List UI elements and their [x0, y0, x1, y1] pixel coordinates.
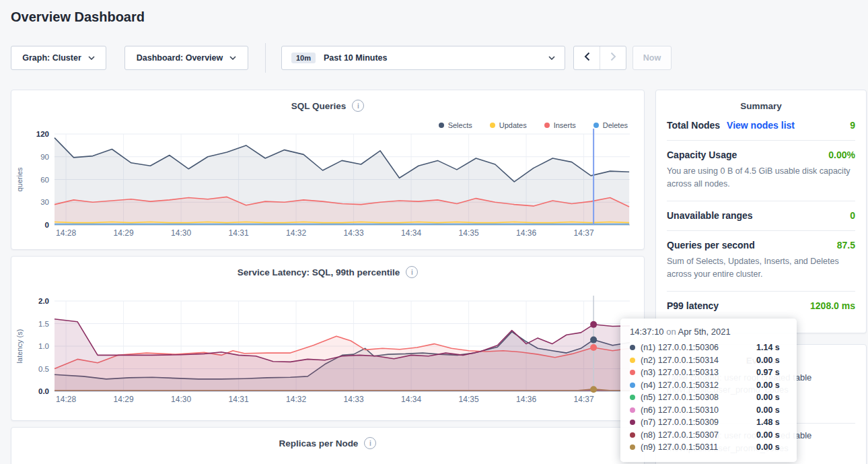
svg-text:90: 90 — [40, 153, 49, 161]
node-label: (n1) 127.0.0.1:50306 — [641, 343, 751, 352]
summary-label: Capacity Usage — [667, 150, 737, 160]
tooltip-row: (n5) 127.0.0.1:503080.00 s — [630, 391, 787, 404]
svg-text:14:36: 14:36 — [516, 395, 536, 404]
next-range-button[interactable] — [600, 46, 626, 69]
chevron-down-icon — [548, 56, 555, 60]
svg-text:14:32: 14:32 — [286, 395, 306, 404]
svg-text:14:37: 14:37 — [574, 395, 594, 404]
tooltip-row: (n7) 127.0.0.1:503091.48 s — [630, 416, 787, 429]
summary-value: 0.00% — [828, 150, 855, 160]
info-icon[interactable]: i — [406, 266, 418, 278]
node-value: 0.00 s — [756, 405, 787, 415]
tooltip-rows: (n1) 127.0.0.1:503061.14 s(n2) 127.0.0.1… — [630, 341, 787, 454]
hover-dot — [590, 321, 597, 328]
chevron-left-icon — [584, 52, 590, 64]
chevron-down-icon — [229, 56, 236, 60]
svg-text:14:31: 14:31 — [229, 395, 249, 404]
svg-text:0.0: 0.0 — [38, 387, 49, 395]
hover-dot — [590, 337, 597, 343]
node-label: (n7) 127.0.0.1:50309 — [641, 418, 751, 427]
chart-plot[interactable]: 14:2814:2914:3014:3114:3214:3314:3414:35… — [11, 124, 645, 249]
chart-title: SQL Queries i — [11, 90, 644, 112]
svg-text:120: 120 — [36, 130, 49, 138]
service-latency-card: Service Latency: SQL, 99th percentile i … — [11, 256, 645, 421]
svg-text:14:33: 14:33 — [344, 228, 364, 238]
prev-range-button[interactable] — [574, 46, 600, 69]
sql-queries-card: SQL Queries i SelectsUpdatesInsertsDelet… — [11, 90, 645, 250]
summary-row: Unavailable ranges0 — [667, 201, 855, 230]
tooltip-on: on — [666, 327, 676, 337]
svg-text:14:29: 14:29 — [114, 395, 134, 404]
node-label: (n9) 127.0.0.1:50311 — [641, 442, 751, 452]
summary-label: Total Nodes — [667, 120, 720, 131]
chart-title-text: Service Latency: SQL, 99th percentile — [238, 267, 400, 277]
now-button[interactable]: Now — [632, 46, 672, 70]
dashboard-dropdown-label: Dashboard: Overview — [137, 53, 223, 63]
view-nodes-link[interactable]: View nodes list — [727, 120, 795, 131]
node-label: (n2) 127.0.0.1:50314 — [641, 356, 751, 365]
dashboard-dropdown[interactable]: Dashboard: Overview — [124, 46, 248, 70]
summary-value: 1208.0 ms — [810, 300, 855, 311]
node-value: 0.00 s — [756, 356, 787, 365]
node-value: 0.97 s — [756, 368, 787, 377]
hover-dot — [590, 344, 597, 351]
svg-text:14:35: 14:35 — [459, 228, 479, 238]
tooltip-header: 14:37:10 on Apr 5th, 2021 — [630, 327, 787, 337]
controls-divider — [265, 43, 266, 73]
node-dot — [630, 383, 635, 388]
node-dot — [630, 420, 635, 425]
svg-text:14:36: 14:36 — [516, 228, 536, 238]
svg-text:14:37: 14:37 — [574, 228, 594, 238]
node-value: 0.00 s — [756, 380, 787, 390]
summary-card: Summary Total NodesView nodes list9Capac… — [655, 90, 867, 333]
info-icon[interactable]: i — [352, 100, 364, 112]
node-label: (n4) 127.0.0.1:50312 — [641, 380, 751, 390]
svg-text:14:30: 14:30 — [171, 395, 191, 404]
tooltip-time: 14:37:10 — [630, 327, 664, 337]
node-dot — [630, 444, 635, 450]
tooltip-date: Apr 5th, 2021 — [678, 327, 731, 337]
node-dot — [630, 432, 635, 438]
chart-plot[interactable]: 14:2814:2914:3014:3114:3214:3314:3414:35… — [11, 286, 645, 414]
svg-text:14:28: 14:28 — [56, 228, 76, 238]
summary-desc: You are using 0 B of 4.5 GiB usable disk… — [667, 165, 855, 191]
svg-text:14:34: 14:34 — [401, 228, 421, 238]
svg-text:1.5: 1.5 — [38, 320, 49, 328]
time-range-badge: 10m — [291, 53, 316, 63]
svg-text:14:29: 14:29 — [114, 228, 134, 238]
svg-text:14:30: 14:30 — [171, 228, 191, 238]
tooltip-row: (n2) 127.0.0.1:503140.00 s — [630, 354, 787, 367]
summary-label: Queries per second — [667, 240, 755, 251]
info-icon[interactable]: i — [364, 437, 376, 449]
node-value: 1.48 s — [756, 418, 787, 427]
svg-text:queries: queries — [15, 167, 24, 192]
chart-title-text: SQL Queries — [291, 101, 347, 111]
summary-value: 0 — [850, 210, 855, 221]
summary-row: Capacity Usage0.00%You are using 0 B of … — [667, 140, 855, 201]
chevron-right-icon — [610, 52, 616, 64]
svg-text:1.0: 1.0 — [38, 342, 49, 350]
time-range-picker[interactable]: 10m Past 10 Minutes — [281, 46, 565, 70]
svg-text:2.0: 2.0 — [38, 297, 49, 305]
tooltip-row: (n6) 127.0.0.1:503100.00 s — [630, 404, 787, 417]
chart-title: Replicas per Node i — [11, 428, 644, 449]
time-nav-group — [573, 46, 626, 70]
svg-text:latency (s): latency (s) — [15, 329, 24, 364]
hover-tooltip: 14:37:10 on Apr 5th, 2021 (n1) 127.0.0.1… — [620, 319, 797, 462]
node-label: (n6) 127.0.0.1:50310 — [641, 405, 751, 415]
node-dot — [630, 395, 635, 400]
svg-text:60: 60 — [40, 176, 49, 184]
svg-text:14:28: 14:28 — [56, 395, 76, 404]
svg-text:14:31: 14:31 — [229, 228, 249, 238]
chevron-down-icon — [88, 56, 95, 60]
node-label: (n3) 127.0.0.1:50313 — [641, 368, 751, 377]
tooltip-row: (n3) 127.0.0.1:503130.97 s — [630, 366, 787, 379]
summary-label: Unavailable ranges — [667, 210, 753, 221]
summary-row: Queries per second87.5Sum of Selects, Up… — [667, 230, 855, 291]
node-value: 0.00 s — [756, 442, 787, 452]
graph-dropdown[interactable]: Graph: Cluster — [11, 46, 106, 70]
tooltip-row: (n1) 127.0.0.1:503061.14 s — [630, 341, 787, 354]
svg-text:14:32: 14:32 — [286, 228, 306, 238]
node-dot — [630, 345, 635, 350]
summary-row: Total NodesView nodes list9 — [667, 111, 855, 140]
